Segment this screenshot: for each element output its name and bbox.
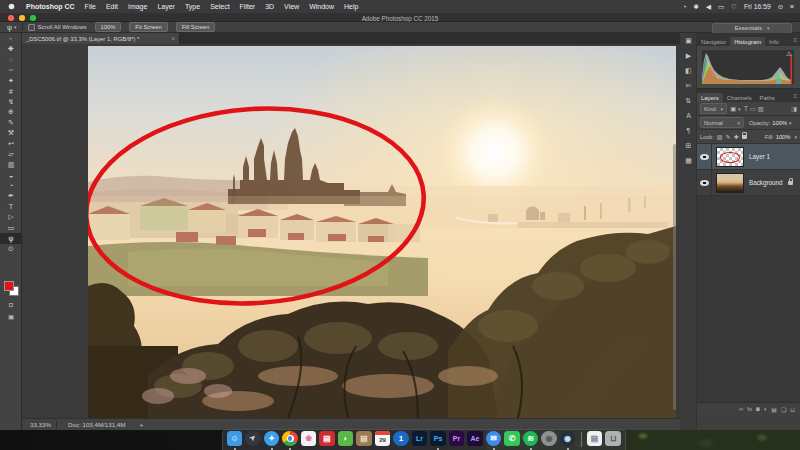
dock-app-blue-chat-app[interactable]: ✉ bbox=[485, 431, 502, 450]
menu-item-window[interactable]: Window bbox=[304, 3, 339, 10]
color-swatches[interactable] bbox=[4, 281, 18, 295]
new-layer-icon[interactable]: ❏ bbox=[781, 406, 786, 413]
lock-transparency-icon[interactable]: ▨ bbox=[717, 133, 723, 140]
history-brush-tool[interactable]: ↩ bbox=[0, 139, 22, 150]
paragraph-panel-icon[interactable]: ¶ bbox=[680, 123, 697, 138]
fill-value[interactable]: 100% bbox=[776, 134, 791, 140]
opacity-value[interactable]: 100% bbox=[772, 120, 787, 126]
foreground-color-swatch[interactable] bbox=[4, 281, 14, 291]
menu-item-3d[interactable]: 3D bbox=[260, 3, 279, 10]
menu-item-view[interactable]: View bbox=[279, 3, 304, 10]
quick-selection-tool[interactable]: ✦ bbox=[0, 76, 22, 87]
chevron-down-icon[interactable]: ▾ bbox=[789, 120, 792, 126]
dock-app-safari[interactable]: ✦ bbox=[263, 431, 280, 450]
layer-effects-icon[interactable]: fx bbox=[747, 406, 752, 413]
dock-app-after-effects[interactable]: Ae bbox=[467, 431, 484, 450]
dock-app-gray-utility-app[interactable]: ◉ bbox=[541, 431, 558, 450]
adjustments-panel-icon[interactable]: ◧ bbox=[680, 63, 697, 78]
lock-paint-icon[interactable]: ✎ bbox=[726, 133, 731, 140]
healing-brush-tool[interactable]: ⊕ bbox=[0, 107, 22, 118]
notification-center-icon[interactable]: ≡ bbox=[790, 3, 794, 11]
layer-filter-toggle-icon[interactable]: ◨ bbox=[791, 105, 797, 112]
dock-app-steam[interactable]: ◉ bbox=[559, 431, 576, 450]
menu-item-edit[interactable]: Edit bbox=[101, 3, 123, 10]
clone-stamp-tool[interactable]: ⚒ bbox=[0, 128, 22, 139]
layer-name[interactable]: Background bbox=[749, 179, 788, 186]
layer-row-layer-1[interactable]: Layer 1 bbox=[697, 144, 800, 170]
link-layers-icon[interactable]: ∞ bbox=[739, 406, 743, 413]
menu-item-photoshop-cc[interactable]: Photoshop CC bbox=[21, 3, 80, 10]
dodge-tool[interactable]: ◔ bbox=[0, 181, 22, 192]
scroll-all-windows-checkbox[interactable] bbox=[28, 24, 35, 31]
shape-tool[interactable]: ▭ bbox=[0, 223, 22, 234]
workspace-switcher[interactable]: Essentials ▾ bbox=[712, 23, 792, 34]
actions-panel-icon[interactable]: ▶ bbox=[680, 48, 697, 63]
dock-app-trash[interactable]: ⊔ bbox=[605, 431, 622, 450]
brush-tool[interactable]: ✎ bbox=[0, 118, 22, 129]
photo-document[interactable] bbox=[88, 46, 676, 418]
tab-channels[interactable]: Channels bbox=[723, 93, 756, 103]
canvas-area[interactable] bbox=[22, 44, 680, 418]
apple-logo[interactable] bbox=[9, 4, 15, 10]
screen-mode-icon[interactable]: ▣ bbox=[0, 313, 22, 321]
layer-1-thumbnail[interactable] bbox=[716, 147, 744, 167]
spotlight-icon[interactable]: ⊙ bbox=[778, 3, 783, 11]
dock-app-evernote[interactable]: ◗ bbox=[337, 431, 354, 450]
dock-app-photos[interactable]: ❀ bbox=[300, 431, 317, 450]
eyedropper-tool[interactable]: ↯ bbox=[0, 97, 22, 108]
layer-mask-icon[interactable]: ◙ bbox=[756, 406, 760, 413]
fit-screen-button[interactable]: Fit Screen bbox=[129, 22, 167, 32]
layer-row-background[interactable]: Background bbox=[697, 170, 800, 196]
menu-clock[interactable]: Fri 16:59 bbox=[744, 3, 771, 10]
blend-mode-select[interactable]: Normal ▾ bbox=[700, 117, 744, 128]
menu-item-file[interactable]: File bbox=[80, 3, 101, 10]
panel-menu-icon[interactable]: ≡ bbox=[793, 37, 797, 43]
libraries-panel-icon[interactable]: ▣ bbox=[680, 33, 697, 48]
glyphs-panel-icon[interactable]: ▦ bbox=[680, 153, 697, 168]
chevron-down-icon[interactable]: ▾ bbox=[14, 24, 17, 30]
histogram-refresh-warning-icon[interactable]: ⚠ bbox=[786, 50, 792, 58]
dock-app-calendar[interactable]: 29 bbox=[374, 431, 391, 450]
bluetooth-icon[interactable]: ◔ bbox=[683, 3, 687, 11]
dock-app-red-media-app[interactable]: ▤ bbox=[319, 431, 336, 450]
filter-adjustment-layers-icon[interactable]: ◐ bbox=[738, 105, 742, 112]
move-tool[interactable]: ✚ bbox=[0, 44, 22, 55]
filter-shape-layers-icon[interactable]: ▭ bbox=[750, 105, 756, 112]
type-tool[interactable]: T bbox=[0, 202, 22, 213]
panel-menu-icon[interactable]: ≡ bbox=[793, 93, 797, 99]
lock-all-icon[interactable] bbox=[742, 135, 747, 139]
dock-app-blue-badge-app[interactable]: 1 bbox=[393, 431, 410, 450]
menu-item-filter[interactable]: Filter bbox=[235, 3, 261, 10]
heart-icon[interactable]: ♡ bbox=[731, 3, 737, 11]
menu-item-image[interactable]: Image bbox=[123, 3, 152, 10]
filter-pixel-layers-icon[interactable]: ▣ bbox=[730, 105, 736, 112]
marquee-tool[interactable]: ◌ bbox=[0, 55, 22, 66]
layer-visibility-toggle[interactable] bbox=[697, 144, 712, 169]
gradient-tool[interactable]: ▥ bbox=[0, 160, 22, 171]
dock-app-green-messenger-app[interactable]: ✆ bbox=[504, 431, 521, 450]
dock-app-lightroom[interactable]: Lr bbox=[411, 431, 428, 450]
collapse-toolbar-icon[interactable]: » bbox=[0, 33, 21, 44]
hand-tool-preset-icon[interactable]: ψ bbox=[7, 24, 12, 31]
tab-navigator[interactable]: Navigator bbox=[697, 37, 730, 47]
quick-mask-icon[interactable]: ◘ bbox=[0, 301, 22, 308]
settings-icon[interactable]: ✱ bbox=[693, 3, 698, 11]
vertical-scrollbar[interactable] bbox=[673, 144, 676, 410]
dock-app-photoshop[interactable]: Ps bbox=[430, 431, 447, 450]
chevron-down-icon[interactable]: ▾ bbox=[794, 134, 797, 140]
document-tab[interactable]: _DSC5006.tif @ 33,3% (Layer 1, RGB/8*) *… bbox=[22, 33, 180, 44]
pen-tool[interactable]: ✒ bbox=[0, 191, 22, 202]
delete-layer-icon[interactable]: ⊔ bbox=[790, 406, 795, 413]
character-panel-icon[interactable]: A bbox=[680, 108, 697, 123]
history-panel-icon[interactable]: ⇅ bbox=[680, 93, 697, 108]
dock-app-spotify[interactable]: ≋ bbox=[522, 431, 539, 450]
menu-item-type[interactable]: Type bbox=[180, 3, 205, 10]
dock-app-document-stack[interactable]: ▤ bbox=[586, 431, 603, 450]
fill-screen-button[interactable]: Fill Screen bbox=[176, 22, 215, 32]
close-tab-icon[interactable]: × bbox=[171, 35, 175, 42]
filter-smart-objects-icon[interactable]: ▥ bbox=[758, 105, 764, 112]
menu-item-select[interactable]: Select bbox=[205, 3, 234, 10]
dock-app-premiere[interactable]: Pr bbox=[448, 431, 465, 450]
adjustment-layer-icon[interactable]: ◐ bbox=[764, 406, 768, 413]
layer-visibility-toggle[interactable] bbox=[697, 170, 712, 195]
